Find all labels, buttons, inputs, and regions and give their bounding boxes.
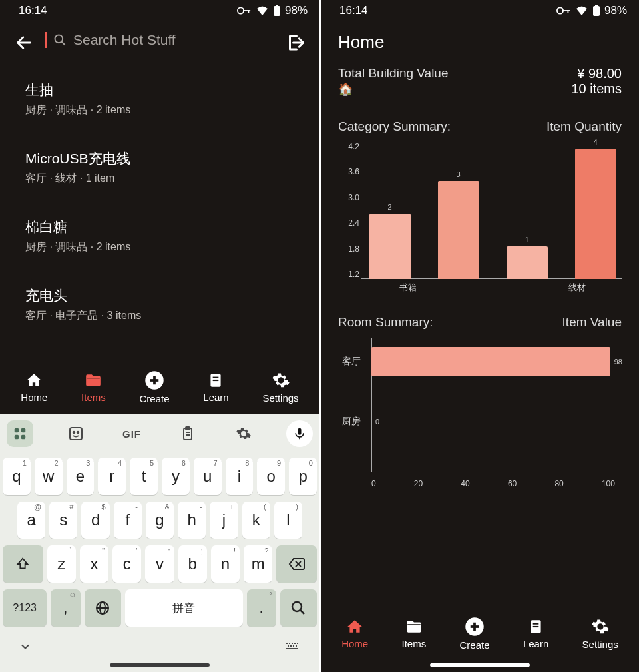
key-c[interactable]: c' <box>112 545 141 583</box>
key-v[interactable]: v: <box>145 545 174 583</box>
svg-rect-47 <box>593 6 600 16</box>
key-b[interactable]: b; <box>178 545 207 583</box>
key-backspace[interactable] <box>276 545 317 583</box>
key-h[interactable]: h- <box>178 502 206 539</box>
nav-create[interactable]: Create <box>140 370 170 404</box>
key-g[interactable]: g& <box>146 502 174 539</box>
key-k[interactable]: k( <box>242 502 270 539</box>
svg-point-0 <box>238 7 244 13</box>
learn-icon <box>207 372 224 389</box>
nav-home[interactable]: Home <box>21 372 47 403</box>
key-i[interactable]: i8 <box>226 458 254 495</box>
key-comma[interactable]: ,☺ <box>51 589 80 627</box>
vpn-key-icon <box>556 6 571 15</box>
key-f[interactable]: f- <box>114 502 142 539</box>
bar: 1 <box>507 246 548 279</box>
key-l[interactable]: l) <box>274 502 302 539</box>
key-globe[interactable] <box>85 589 121 627</box>
key-q[interactable]: q1 <box>3 458 31 495</box>
create-icon <box>465 617 485 637</box>
list-item[interactable]: 充电头 客厅 · 电子产品 · 3 items <box>0 272 320 338</box>
svg-rect-14 <box>15 428 19 432</box>
totals-row: Total Building Value 🏠 ¥ 98.00 10 items <box>321 57 639 99</box>
gesture-bar[interactable] <box>110 663 210 667</box>
svg-rect-35 <box>289 643 290 644</box>
kbd-apps-icon[interactable] <box>7 420 33 447</box>
nav-create[interactable]: Create <box>460 617 490 651</box>
svg-rect-36 <box>292 643 293 644</box>
key-shift[interactable] <box>3 545 43 583</box>
list-item-sub: 客厅 · 电子产品 · 3 items <box>25 309 300 323</box>
back-arrow-icon[interactable] <box>15 33 33 52</box>
phone-right: 16:14 98% Home Total Building Value 🏠 ¥ … <box>320 0 639 672</box>
nav-label: Create <box>460 639 490 651</box>
key-a[interactable]: a@ <box>17 502 45 539</box>
key-x[interactable]: x" <box>80 545 108 583</box>
nav-label: Items <box>81 392 106 403</box>
search-input[interactable]: Search Hot Stuff <box>45 29 273 55</box>
svg-rect-38 <box>297 643 298 644</box>
key-j[interactable]: j+ <box>210 502 238 539</box>
key-u[interactable]: u7 <box>194 458 222 495</box>
list-item[interactable]: 生抽 厨房 · 调味品 · 2 items <box>0 66 320 132</box>
key-r[interactable]: r4 <box>98 458 126 495</box>
home-icon <box>25 372 43 389</box>
status-bar: 16:14 98% <box>321 0 639 20</box>
item-list[interactable]: 生抽 厨房 · 调味品 · 2 itemsMicroUSB充电线 客厅 · 线材… <box>0 62 320 364</box>
svg-point-32 <box>292 602 302 611</box>
list-item[interactable]: MicroUSB充电线 客厅 · 线材 · 1 item <box>0 135 320 200</box>
room-bar-chart: 客厅98厨房0 020406080100 <box>334 338 628 491</box>
nav-settings[interactable]: Settings <box>582 617 618 650</box>
key-?123[interactable]: ?123 <box>3 589 47 627</box>
kbd-settings-icon[interactable] <box>230 420 257 447</box>
key-z[interactable]: z` <box>47 545 76 583</box>
home-icon <box>345 618 364 635</box>
nav-down-icon[interactable] <box>19 640 32 656</box>
svg-rect-25 <box>298 428 302 435</box>
kbd-mic-icon[interactable] <box>286 420 313 447</box>
key-p[interactable]: p0 <box>289 458 317 495</box>
room-title: Room Summary: <box>338 315 433 330</box>
key-t[interactable]: t5 <box>130 458 158 495</box>
key-拼音[interactable]: 拼音 <box>125 589 243 627</box>
nav-learn[interactable]: Learn <box>203 372 228 403</box>
nav-learn[interactable]: Learn <box>523 618 548 649</box>
exit-icon[interactable] <box>285 33 305 53</box>
list-item[interactable]: 棉白糖 厨房 · 调味品 · 2 items <box>0 203 320 269</box>
kbd-sticker-icon[interactable] <box>63 420 89 447</box>
key-y[interactable]: y6 <box>162 458 190 495</box>
key-w[interactable]: w2 <box>35 458 63 495</box>
bar: 4 <box>575 149 616 279</box>
nav-label: Settings <box>582 639 618 650</box>
totals-value: ¥ 98.00 <box>571 66 622 81</box>
key-period[interactable]: .° <box>247 589 276 627</box>
svg-rect-18 <box>70 428 82 440</box>
kbd-gif-button[interactable]: GIF <box>118 420 145 447</box>
key-search[interactable] <box>280 589 317 627</box>
soft-keyboard[interactable]: GIF q1w2e3r4t5y6u7i8o9p0 a@s#d$f-g&h-j+k… <box>0 414 320 672</box>
key-s[interactable]: s# <box>49 502 77 539</box>
nav-keyboard-icon[interactable] <box>285 641 301 655</box>
key-m[interactable]: m? <box>244 545 272 583</box>
svg-rect-48 <box>595 5 598 7</box>
svg-rect-37 <box>294 643 296 644</box>
key-n[interactable]: n! <box>211 545 240 583</box>
nav-items[interactable]: Items <box>402 618 427 649</box>
svg-rect-45 <box>562 10 570 11</box>
kbd-clipboard-icon[interactable] <box>174 420 201 447</box>
nav-label: Home <box>341 638 368 649</box>
nav-settings[interactable]: Settings <box>262 371 298 404</box>
category-bar-chart: 4.23.63.02.41.81.2 2314 书籍线材 <box>334 142 628 295</box>
bar: 2 <box>369 214 411 279</box>
gesture-bar[interactable] <box>430 663 530 667</box>
battery-pct: 98% <box>285 4 308 17</box>
nav-items[interactable]: Items <box>81 372 106 403</box>
svg-rect-15 <box>21 428 25 432</box>
items-icon <box>83 372 103 389</box>
svg-rect-34 <box>286 643 288 644</box>
nav-home[interactable]: Home <box>341 618 368 649</box>
battery-icon <box>592 5 600 17</box>
key-e[interactable]: e3 <box>67 458 95 495</box>
key-o[interactable]: o9 <box>257 458 285 495</box>
key-d[interactable]: d$ <box>81 502 109 539</box>
